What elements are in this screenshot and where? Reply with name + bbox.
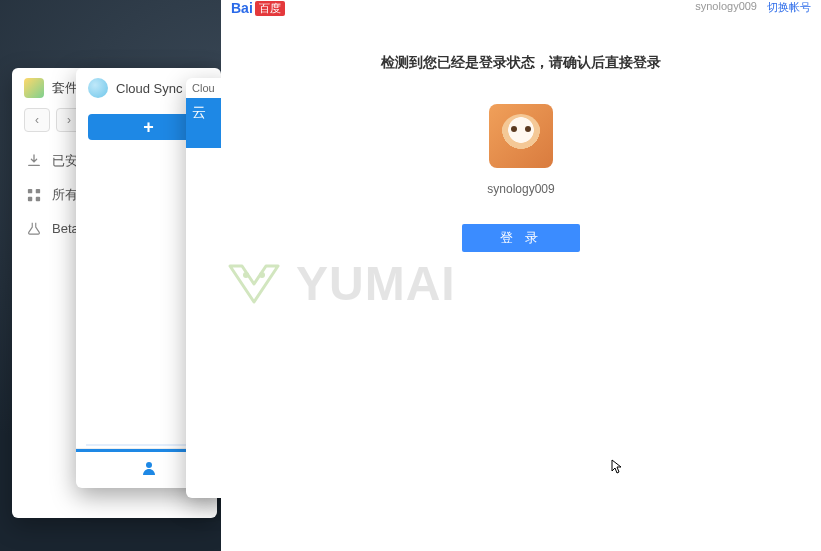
cs-title: Cloud Sync — [116, 81, 182, 96]
svg-rect-2 — [28, 197, 32, 201]
chevron-left-icon: ‹ — [35, 113, 39, 127]
user-avatar — [489, 104, 553, 168]
svg-rect-0 — [28, 189, 32, 193]
pkg-app-icon — [24, 78, 44, 98]
login-button[interactable]: 登 录 — [462, 224, 580, 252]
svg-rect-1 — [36, 189, 40, 193]
login-button-label: 登 录 — [500, 229, 542, 247]
svg-rect-3 — [36, 197, 40, 201]
beta-icon — [26, 220, 42, 236]
download-icon — [26, 153, 42, 169]
logo-text-red: 百度 — [255, 1, 285, 16]
baidu-logo[interactable]: Bai 百度 — [231, 0, 285, 16]
username-label: synology009 — [221, 182, 821, 196]
plus-icon: + — [143, 117, 154, 138]
switch-account-link[interactable]: 切换帐号 — [767, 0, 811, 15]
user-icon — [141, 460, 157, 480]
svg-point-4 — [146, 462, 152, 468]
logo-text-blue: Bai — [231, 0, 253, 16]
grid-icon — [26, 187, 42, 203]
login-message: 检测到您已经是登录状态，请确认后直接登录 — [221, 54, 821, 72]
header-username: synology009 — [695, 0, 757, 15]
nav-back-button[interactable]: ‹ — [24, 108, 50, 132]
cloud-sync-icon — [88, 78, 108, 98]
chevron-right-icon: › — [67, 113, 71, 127]
mouse-cursor — [611, 459, 623, 478]
browser-login-page: Bai 百度 synology009 切换帐号 检测到您已经是登录状态，请确认后… — [221, 0, 821, 551]
sidebar-item-label: Beta — [52, 221, 79, 236]
